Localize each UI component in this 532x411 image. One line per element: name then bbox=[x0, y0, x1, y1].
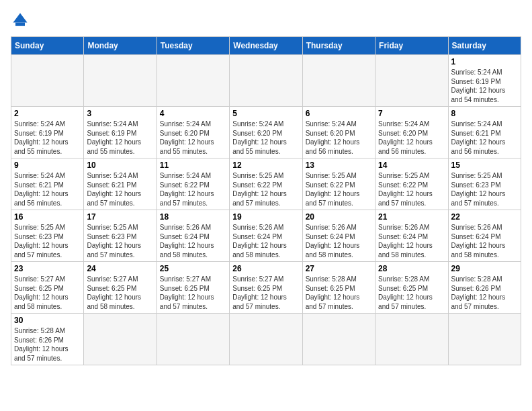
calendar-header-wednesday: Wednesday bbox=[230, 37, 302, 55]
day-info: Sunrise: 5:28 AM Sunset: 6:25 PM Dayligh… bbox=[378, 275, 445, 311]
calendar-cell: 28Sunrise: 5:28 AM Sunset: 6:25 PM Dayli… bbox=[375, 262, 448, 314]
calendar-cell bbox=[302, 55, 375, 107]
calendar-cell: 12Sunrise: 5:25 AM Sunset: 6:22 PM Dayli… bbox=[230, 158, 302, 210]
calendar-header-saturday: Saturday bbox=[448, 37, 521, 55]
day-info: Sunrise: 5:24 AM Sunset: 6:19 PM Dayligh… bbox=[87, 120, 153, 156]
calendar-cell bbox=[157, 314, 229, 365]
day-number: 19 bbox=[232, 212, 299, 222]
calendar-cell: 2Sunrise: 5:24 AM Sunset: 6:19 PM Daylig… bbox=[11, 107, 84, 158]
calendar-week-row: 16Sunrise: 5:25 AM Sunset: 6:23 PM Dayli… bbox=[11, 210, 521, 262]
day-number: 21 bbox=[378, 212, 445, 222]
day-info: Sunrise: 5:24 AM Sunset: 6:21 PM Dayligh… bbox=[87, 171, 153, 208]
day-number: 7 bbox=[378, 109, 445, 118]
calendar-cell: 29Sunrise: 5:28 AM Sunset: 6:26 PM Dayli… bbox=[448, 262, 521, 314]
day-info: Sunrise: 5:26 AM Sunset: 6:24 PM Dayligh… bbox=[378, 223, 445, 259]
day-info: Sunrise: 5:26 AM Sunset: 6:24 PM Dayligh… bbox=[232, 223, 299, 259]
day-number: 26 bbox=[232, 264, 299, 273]
day-number: 27 bbox=[306, 264, 372, 273]
calendar-cell: 3Sunrise: 5:24 AM Sunset: 6:19 PM Daylig… bbox=[84, 107, 157, 158]
calendar-cell: 25Sunrise: 5:27 AM Sunset: 6:25 PM Dayli… bbox=[157, 262, 229, 314]
calendar-cell: 6Sunrise: 5:24 AM Sunset: 6:20 PM Daylig… bbox=[302, 107, 375, 158]
svg-rect-1 bbox=[15, 23, 25, 26]
day-number: 13 bbox=[306, 161, 372, 170]
calendar-cell: 22Sunrise: 5:26 AM Sunset: 6:24 PM Dayli… bbox=[448, 210, 521, 262]
calendar-cell bbox=[84, 314, 157, 365]
header bbox=[11, 11, 521, 30]
calendar-cell: 23Sunrise: 5:27 AM Sunset: 6:25 PM Dayli… bbox=[11, 262, 84, 314]
calendar-cell: 16Sunrise: 5:25 AM Sunset: 6:23 PM Dayli… bbox=[11, 210, 84, 262]
day-info: Sunrise: 5:24 AM Sunset: 6:20 PM Dayligh… bbox=[306, 120, 372, 156]
calendar-header-tuesday: Tuesday bbox=[157, 37, 229, 55]
day-number: 15 bbox=[451, 161, 518, 170]
calendar-cell: 19Sunrise: 5:26 AM Sunset: 6:24 PM Dayli… bbox=[230, 210, 302, 262]
calendar-week-row: 9Sunrise: 5:24 AM Sunset: 6:21 PM Daylig… bbox=[11, 158, 521, 210]
calendar-cell: 21Sunrise: 5:26 AM Sunset: 6:24 PM Dayli… bbox=[375, 210, 448, 262]
calendar-cell: 1Sunrise: 5:24 AM Sunset: 6:19 PM Daylig… bbox=[448, 55, 521, 107]
calendar-cell: 7Sunrise: 5:24 AM Sunset: 6:20 PM Daylig… bbox=[375, 107, 448, 158]
day-info: Sunrise: 5:24 AM Sunset: 6:21 PM Dayligh… bbox=[14, 171, 81, 208]
day-number: 20 bbox=[306, 212, 372, 222]
day-info: Sunrise: 5:24 AM Sunset: 6:20 PM Dayligh… bbox=[378, 120, 445, 156]
svg-marker-0 bbox=[13, 13, 28, 23]
calendar-week-row: 2Sunrise: 5:24 AM Sunset: 6:19 PM Daylig… bbox=[11, 107, 521, 158]
calendar-cell bbox=[448, 314, 521, 365]
calendar-cell: 10Sunrise: 5:24 AM Sunset: 6:21 PM Dayli… bbox=[84, 158, 157, 210]
calendar-cell: 14Sunrise: 5:25 AM Sunset: 6:22 PM Dayli… bbox=[375, 158, 448, 210]
calendar-cell: 8Sunrise: 5:24 AM Sunset: 6:21 PM Daylig… bbox=[448, 107, 521, 158]
day-number: 22 bbox=[451, 212, 518, 222]
logo-icon bbox=[11, 11, 30, 30]
day-info: Sunrise: 5:25 AM Sunset: 6:23 PM Dayligh… bbox=[14, 223, 81, 259]
calendar-cell: 20Sunrise: 5:26 AM Sunset: 6:24 PM Dayli… bbox=[302, 210, 375, 262]
day-info: Sunrise: 5:27 AM Sunset: 6:25 PM Dayligh… bbox=[232, 275, 299, 311]
calendar-header-row: SundayMondayTuesdayWednesdayThursdayFrid… bbox=[11, 37, 521, 55]
calendar-cell: 11Sunrise: 5:24 AM Sunset: 6:22 PM Dayli… bbox=[157, 158, 229, 210]
day-info: Sunrise: 5:26 AM Sunset: 6:24 PM Dayligh… bbox=[451, 223, 518, 259]
day-info: Sunrise: 5:28 AM Sunset: 6:26 PM Dayligh… bbox=[14, 326, 81, 363]
day-number: 6 bbox=[306, 109, 372, 118]
day-info: Sunrise: 5:24 AM Sunset: 6:19 PM Dayligh… bbox=[14, 120, 81, 156]
day-number: 12 bbox=[232, 161, 299, 170]
calendar-cell: 27Sunrise: 5:28 AM Sunset: 6:25 PM Dayli… bbox=[302, 262, 375, 314]
day-number: 11 bbox=[160, 161, 226, 170]
logo bbox=[11, 11, 32, 30]
day-info: Sunrise: 5:28 AM Sunset: 6:26 PM Dayligh… bbox=[451, 275, 518, 311]
day-number: 14 bbox=[378, 161, 445, 170]
calendar-header-thursday: Thursday bbox=[302, 37, 375, 55]
calendar-cell bbox=[230, 314, 302, 365]
day-number: 10 bbox=[87, 161, 153, 170]
day-number: 30 bbox=[14, 316, 81, 325]
day-info: Sunrise: 5:24 AM Sunset: 6:22 PM Dayligh… bbox=[160, 171, 226, 208]
calendar-week-row: 23Sunrise: 5:27 AM Sunset: 6:25 PM Dayli… bbox=[11, 262, 521, 314]
calendar-cell: 5Sunrise: 5:24 AM Sunset: 6:20 PM Daylig… bbox=[230, 107, 302, 158]
day-info: Sunrise: 5:25 AM Sunset: 6:23 PM Dayligh… bbox=[87, 223, 153, 259]
day-number: 5 bbox=[232, 109, 299, 118]
day-number: 4 bbox=[160, 109, 226, 118]
calendar-cell: 15Sunrise: 5:25 AM Sunset: 6:23 PM Dayli… bbox=[448, 158, 521, 210]
day-info: Sunrise: 5:27 AM Sunset: 6:25 PM Dayligh… bbox=[87, 275, 153, 311]
day-number: 23 bbox=[14, 264, 81, 273]
day-number: 2 bbox=[14, 109, 81, 118]
day-info: Sunrise: 5:25 AM Sunset: 6:22 PM Dayligh… bbox=[378, 171, 445, 208]
day-info: Sunrise: 5:25 AM Sunset: 6:23 PM Dayligh… bbox=[451, 171, 518, 208]
calendar-week-row: 1Sunrise: 5:24 AM Sunset: 6:19 PM Daylig… bbox=[11, 55, 521, 107]
day-info: Sunrise: 5:28 AM Sunset: 6:25 PM Dayligh… bbox=[306, 275, 372, 311]
calendar-cell bbox=[157, 55, 229, 107]
day-info: Sunrise: 5:25 AM Sunset: 6:22 PM Dayligh… bbox=[232, 171, 299, 208]
calendar-cell bbox=[11, 55, 84, 107]
calendar-header-monday: Monday bbox=[84, 37, 157, 55]
calendar-header-friday: Friday bbox=[375, 37, 448, 55]
calendar-week-row: 30Sunrise: 5:28 AM Sunset: 6:26 PM Dayli… bbox=[11, 314, 521, 365]
day-info: Sunrise: 5:24 AM Sunset: 6:21 PM Dayligh… bbox=[451, 120, 518, 156]
calendar-cell bbox=[302, 314, 375, 365]
day-info: Sunrise: 5:25 AM Sunset: 6:22 PM Dayligh… bbox=[306, 171, 372, 208]
day-info: Sunrise: 5:24 AM Sunset: 6:19 PM Dayligh… bbox=[451, 68, 518, 104]
day-info: Sunrise: 5:27 AM Sunset: 6:25 PM Dayligh… bbox=[14, 275, 81, 311]
calendar-cell: 26Sunrise: 5:27 AM Sunset: 6:25 PM Dayli… bbox=[230, 262, 302, 314]
calendar-table: SundayMondayTuesdayWednesdayThursdayFrid… bbox=[11, 36, 521, 365]
day-number: 3 bbox=[87, 109, 153, 118]
day-info: Sunrise: 5:26 AM Sunset: 6:24 PM Dayligh… bbox=[306, 223, 372, 259]
day-number: 25 bbox=[160, 264, 226, 273]
day-number: 16 bbox=[14, 212, 81, 222]
day-number: 29 bbox=[451, 264, 518, 273]
calendar-cell: 30Sunrise: 5:28 AM Sunset: 6:26 PM Dayli… bbox=[11, 314, 84, 365]
